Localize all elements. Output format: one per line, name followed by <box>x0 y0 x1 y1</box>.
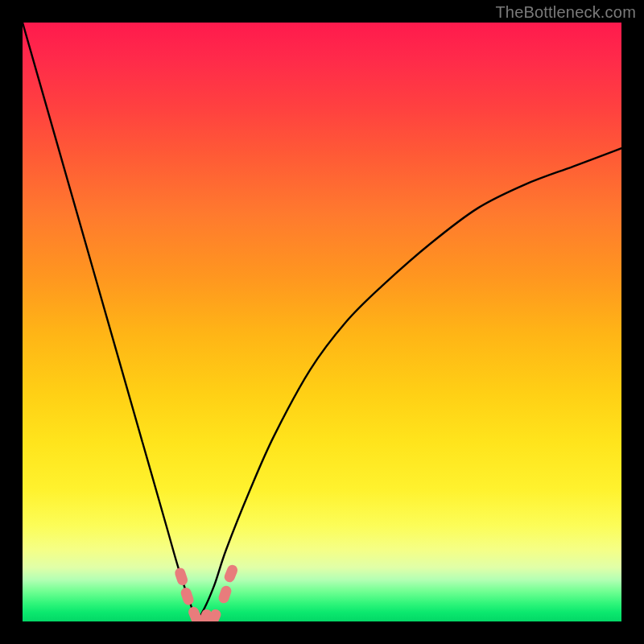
chart-frame: TheBottleneck.com <box>0 0 644 644</box>
bottleneck-curve <box>23 23 621 619</box>
marker-left-upper <box>174 567 189 587</box>
marker-right-upper <box>223 564 239 584</box>
watermark-text: TheBottleneck.com <box>495 3 636 22</box>
marker-right-mid <box>217 584 233 605</box>
curve-layer <box>23 23 621 621</box>
svg-rect-5 <box>217 584 233 605</box>
marker-left-mid <box>180 586 195 606</box>
svg-rect-6 <box>223 564 239 584</box>
plot-area <box>23 23 621 621</box>
svg-rect-0 <box>174 567 189 587</box>
marker-group <box>174 564 240 621</box>
svg-rect-1 <box>180 586 195 606</box>
